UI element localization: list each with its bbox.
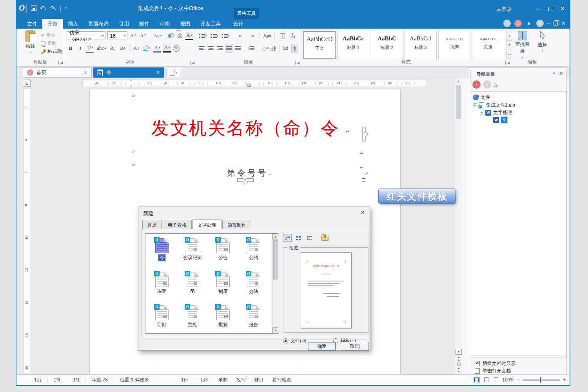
template-list[interactable]: O 令 O 会议纪要 O 公告 O 公约 O 决定 <box>145 233 278 334</box>
previous-page-icon[interactable]: ⏶⏶ <box>457 356 460 361</box>
checkbox-open-on-click[interactable]: 单击打开文档 <box>475 368 511 374</box>
template-item[interactable]: O 会议纪要 <box>178 238 207 261</box>
tree-item-module[interactable]: W 文字处理 <box>480 109 512 116</box>
status-spell-check[interactable]: 拼写检查 <box>268 377 296 383</box>
minimize-button[interactable]: — <box>536 5 541 12</box>
fullscreen-view-button[interactable] <box>483 377 490 383</box>
bold-button[interactable]: B <box>67 44 74 53</box>
close-current-tab-icon[interactable]: ✕ <box>156 70 160 75</box>
tree-item-root[interactable]: 文件 <box>473 94 490 101</box>
tab-view[interactable]: 视图 <box>175 19 195 29</box>
zoom-out-icon[interactable]: − <box>517 377 520 383</box>
back-circle-icon[interactable]: ‹ <box>503 20 511 27</box>
style-footer[interactable]: AaBbCcDd 页脚 <box>438 31 470 59</box>
styles-dialog-launcher-icon[interactable]: ◢ <box>505 61 510 65</box>
list-scrollbar-thumb[interactable] <box>273 240 278 279</box>
dialog-close-icon[interactable]: ✕ <box>360 209 365 216</box>
status-position[interactable]: 位置:3.84厘米 <box>114 377 156 383</box>
status-track-changes[interactable]: 修订 <box>250 377 268 383</box>
web-layout-view-button[interactable] <box>492 377 499 383</box>
justify-button[interactable] <box>225 44 232 53</box>
status-page-count[interactable]: 1/1 <box>67 377 86 383</box>
font-size-combo[interactable]: 16▾ <box>107 31 127 40</box>
list-scroll-up-icon[interactable]: ▲ <box>272 234 278 240</box>
home-circle-icon[interactable]: ⌂ <box>514 20 522 27</box>
status-overwrite[interactable]: 改写 <box>232 377 250 383</box>
doc-tab-current[interactable]: 令 ✕ <box>93 67 164 78</box>
nav-panel-dropdown-icon[interactable]: ▼ <box>552 72 555 75</box>
view-large-icons-button[interactable] <box>283 234 292 242</box>
nav-forward-icon[interactable]: › <box>483 80 491 89</box>
vertical-scrollbar[interactable]: ▲ ▼ ⏶⏶ ⏷⏷ <box>455 78 462 374</box>
line-spacing-button[interactable]: ↕▾ <box>247 44 255 53</box>
template-item[interactable]: O 决定 <box>147 272 177 295</box>
template-item[interactable]: O 批复 <box>208 305 238 328</box>
collapse-ribbon-icon[interactable]: ∧ <box>525 20 533 27</box>
style-heading2[interactable]: AaBbC 标题 2 <box>371 31 403 59</box>
collapse-node-icon[interactable] <box>474 103 477 107</box>
status-record-macro[interactable]: 录制 <box>214 377 232 383</box>
shrink-font-button[interactable]: A⁺ <box>139 32 147 40</box>
font-dialog-launcher-icon[interactable]: ◢ <box>190 61 194 65</box>
font-name-combo[interactable]: 仿宋_GB2312▾ <box>67 31 105 40</box>
numbering-button[interactable]: ▾ <box>210 31 219 40</box>
phonetic-guide-button[interactable]: wén变 <box>176 32 183 40</box>
decrease-indent-button[interactable]: ⇤ <box>236 31 245 40</box>
checkbox-show-on-switch[interactable]: 切换文档时显示 <box>475 360 515 367</box>
dialog-tab-word-processing[interactable]: 文字处理 <box>192 219 221 230</box>
document-title-text[interactable]: 发文机关名称（命）令 <box>90 116 401 140</box>
distribute-button[interactable] <box>234 44 241 53</box>
change-case-button[interactable]: Aa▾ <box>153 32 162 40</box>
tree-item-document[interactable]: W 令 <box>493 116 507 123</box>
show-marks-button[interactable]: ¶ <box>291 44 298 53</box>
cancel-button[interactable]: 取消 <box>341 342 369 350</box>
template-item[interactable]: O 函 <box>178 272 207 295</box>
document-number-field[interactable]: 第令号号↵ <box>90 167 411 178</box>
tab-design[interactable]: 设计 <box>228 19 249 29</box>
doc-close-button[interactable]: ✕ <box>561 20 566 26</box>
clear-format-icon[interactable] <box>168 33 174 38</box>
nav-back-icon[interactable]: ‹ <box>472 80 481 89</box>
tab-stop-selector[interactable]: L <box>23 80 31 87</box>
paste-button[interactable]: 粘贴 ▾ <box>24 31 37 55</box>
qat-customize-button[interactable]: ▾ <box>65 6 67 10</box>
vertical-ruler[interactable]: 2 4 6 8 10 12 14 16 18 <box>24 89 31 373</box>
close-tab-icon[interactable]: ✕ <box>83 70 87 75</box>
select-button[interactable]: 选择 ▾ <box>534 31 551 59</box>
bullets-button[interactable]: ▾ <box>198 31 208 40</box>
template-item[interactable]: O 制度 <box>208 272 238 295</box>
find-replace-button[interactable]: 查找替换 ▾ <box>514 31 531 59</box>
style-header[interactable]: AaBbCcDd 页眉 <box>472 31 504 59</box>
shading-button[interactable]: ◇ <box>261 44 268 53</box>
collapse-node-icon[interactable] <box>480 111 483 114</box>
nav-panel-close-icon[interactable]: ✕ <box>559 71 563 76</box>
sort-button[interactable]: AZ↓ <box>289 31 298 40</box>
tab-references[interactable]: 引用 <box>114 19 134 29</box>
style-normal[interactable]: AaBbCcD 正文 <box>303 31 336 59</box>
right-indent-marker-icon[interactable] <box>247 83 251 87</box>
text-direction-button[interactable] <box>278 31 287 40</box>
indent-marker-icon[interactable] <box>129 80 133 87</box>
zoom-slider[interactable] <box>523 379 560 381</box>
login-status[interactable]: 未登录 <box>496 6 512 13</box>
table-resize-handle-icon[interactable] <box>237 178 254 182</box>
tab-insert[interactable]: 插入 <box>63 19 83 29</box>
multilevel-list-button[interactable]: ▾ <box>221 31 230 40</box>
tree-item-file[interactable]: 集成文件1.eio <box>474 102 515 109</box>
template-item[interactable]: O 守则 <box>147 305 177 328</box>
borders-button[interactable]: ▾ <box>270 44 277 53</box>
status-section[interactable]: 1节 <box>48 377 67 383</box>
superscript-button[interactable]: R² <box>119 44 127 53</box>
doc-minimize-button[interactable]: – <box>547 20 550 26</box>
select-browse-object-icon[interactable] <box>457 363 461 366</box>
list-scroll-down-icon[interactable]: ▼ <box>272 327 278 333</box>
navigation-tree[interactable]: 文件 集成文件1.eio W 文字处理 W 令 <box>470 91 566 356</box>
status-line[interactable]: 1行 <box>175 377 194 383</box>
template-item[interactable]: O 公告 <box>208 238 238 261</box>
template-item[interactable]: O 报告 <box>239 305 269 328</box>
zoom-in-icon[interactable]: + <box>563 377 566 383</box>
zoom-slider-thumb[interactable] <box>540 377 541 383</box>
tab-review[interactable]: 审阅 <box>154 19 175 29</box>
increase-indent-button[interactable]: ⇥ <box>247 31 257 40</box>
help-icon[interactable]: ? <box>536 20 544 27</box>
